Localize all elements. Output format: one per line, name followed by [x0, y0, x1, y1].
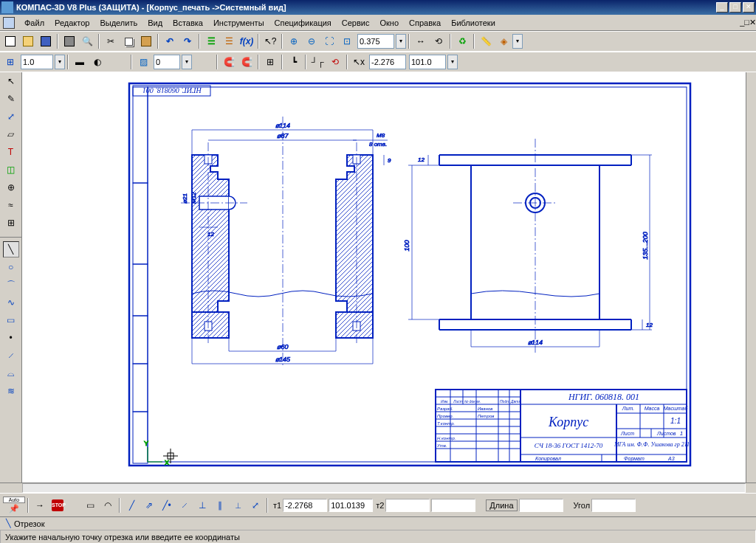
t2x-input[interactable]	[385, 499, 430, 512]
open-button[interactable]	[20, 33, 36, 49]
grid-button[interactable]: ⊞	[262, 54, 278, 70]
rebuild-button[interactable]: ♻	[454, 33, 470, 49]
help-cursor-button[interactable]: ↖?	[262, 33, 278, 49]
zoom-dropdown-button[interactable]: ▾	[396, 34, 406, 49]
menu-edit[interactable]: Редактор	[49, 17, 94, 29]
select-tool[interactable]: ↖	[3, 73, 19, 89]
close-button[interactable]: ✕	[743, 2, 755, 13]
seg4-button[interactable]: ⟋	[176, 497, 193, 513]
undo-button[interactable]: ↶	[162, 33, 178, 49]
point-tool[interactable]: •	[3, 330, 19, 346]
length-label[interactable]: Длина	[486, 499, 517, 511]
coord-x-input[interactable]	[369, 55, 406, 69]
menu-window[interactable]: Окно	[374, 17, 404, 29]
line-tool[interactable]: ╲	[3, 241, 19, 257]
para-tool[interactable]: ▱	[3, 126, 19, 142]
scrollbar-horizontal[interactable]	[0, 483, 756, 493]
mdi-close-button[interactable]: ✕	[749, 18, 756, 27]
angle-input[interactable]	[591, 499, 636, 512]
layers-dropdown-button[interactable]: ▾	[512, 34, 523, 49]
menu-file[interactable]: Файл	[19, 17, 49, 29]
copy-button[interactable]	[120, 33, 137, 49]
props-button[interactable]: ☰	[203, 33, 219, 49]
layer-dropdown-button[interactable]: ▾	[182, 55, 192, 69]
hatch-button[interactable]: ▨	[135, 54, 151, 70]
layer-input[interactable]	[154, 55, 180, 69]
circle-tool[interactable]: ○	[3, 259, 19, 275]
seg1-button[interactable]: ╱	[123, 497, 140, 513]
seg7-button[interactable]: ⟂	[230, 497, 246, 513]
mdi-restore-button[interactable]: □	[744, 18, 749, 27]
menu-select[interactable]: Выделить	[94, 17, 142, 29]
vars-button[interactable]: ☰	[221, 33, 237, 49]
chamfer-tool[interactable]: ⟋	[3, 347, 19, 364]
constr-tool[interactable]: ⊕	[3, 179, 19, 196]
menu-tools[interactable]: Инструменты	[208, 17, 269, 29]
measure-tool[interactable]: ≈	[3, 197, 19, 213]
seg8-button[interactable]: ⤢	[247, 497, 264, 513]
menu-insert[interactable]: Вставка	[168, 17, 208, 29]
linewidth-dropdown-button[interactable]: ▾	[55, 55, 65, 69]
paste-button[interactable]	[138, 33, 154, 49]
zoom-out-button[interactable]: ⊖	[303, 33, 320, 49]
menu-service[interactable]: Сервис	[337, 17, 375, 29]
rect-tool[interactable]: ▭	[3, 312, 19, 328]
menu-help[interactable]: Справка	[404, 17, 446, 29]
t1y-input[interactable]	[329, 499, 373, 512]
dim-button[interactable]: ┘┌	[309, 54, 326, 70]
color-button[interactable]: ◐	[89, 54, 106, 70]
seg6-button[interactable]: ∥	[212, 497, 228, 513]
coord-dropdown-button[interactable]: ▾	[447, 55, 458, 69]
zoom-fit-button[interactable]: ⛶	[321, 33, 337, 49]
break-tool[interactable]: ≋	[3, 383, 19, 399]
maximize-button[interactable]: □	[729, 2, 741, 13]
fx-button[interactable]: f(x)	[238, 33, 255, 49]
axis-button[interactable]: ┗	[286, 54, 302, 70]
zoom-window-button[interactable]: ⊡	[339, 33, 355, 49]
menu-view[interactable]: Вид	[142, 17, 168, 29]
ortho-button[interactable]: ⊞	[2, 54, 18, 70]
save-button[interactable]	[38, 33, 54, 49]
hatch-tool[interactable]: ⊞	[3, 215, 19, 231]
snap2-button[interactable]: 🧲	[238, 54, 255, 70]
apply-button[interactable]: →	[32, 497, 48, 513]
sketch-tool[interactable]: ✎	[3, 91, 19, 107]
zoom-in-button[interactable]: ⊕	[286, 33, 302, 49]
dim-tool[interactable]: ⤢	[3, 108, 19, 125]
fillet-tool[interactable]: ⌓	[3, 365, 19, 381]
redo-button[interactable]: ↷	[179, 33, 196, 49]
zoom-prev-button[interactable]: ⟲	[430, 33, 447, 49]
print-button[interactable]	[61, 33, 78, 49]
zoom-value-input[interactable]	[357, 34, 394, 49]
cut-button[interactable]: ✂	[103, 33, 119, 49]
round-button[interactable]: ⟲	[327, 54, 343, 70]
pan-button[interactable]: ↔	[413, 33, 429, 49]
seg5-button[interactable]: ⊥	[194, 497, 210, 513]
seg3-button[interactable]: ╱•	[159, 497, 175, 513]
drawing-canvas[interactable]: НГИГ. 060818. 001	[22, 72, 746, 483]
seg2-button[interactable]: ⇗	[141, 497, 157, 513]
pin-button[interactable]: 📌	[3, 504, 25, 513]
new-button[interactable]	[2, 33, 18, 49]
arc-tool[interactable]: ⌒	[3, 277, 19, 293]
t1x-input[interactable]	[283, 499, 327, 512]
auto-button[interactable]: Auto	[3, 497, 25, 503]
scrollbar-vertical[interactable]	[746, 72, 756, 483]
style-line-button[interactable]: ▭	[82, 497, 98, 513]
layers-button[interactable]: ◈	[495, 33, 512, 49]
style-arc-button[interactable]: ◠	[100, 497, 116, 513]
snap-button[interactable]: 🧲	[221, 54, 237, 70]
spline-tool[interactable]: ∿	[3, 294, 19, 311]
xy-button[interactable]: ↖x	[351, 54, 367, 70]
minimize-button[interactable]: _	[716, 2, 728, 13]
preview-button[interactable]: 🔍	[79, 33, 95, 49]
mdi-icon[interactable]	[3, 17, 15, 29]
stop-button[interactable]: STOP	[49, 497, 66, 513]
text-tool[interactable]: T	[3, 144, 19, 160]
menu-spec[interactable]: Спецификация	[269, 17, 337, 29]
coord-y-input[interactable]	[409, 55, 446, 69]
t2y-input[interactable]	[431, 499, 475, 512]
drawing-area[interactable]: НГИГ. 060818. 001	[22, 72, 746, 483]
linewidth-input[interactable]	[21, 55, 53, 69]
menu-libs[interactable]: Библиотеки	[446, 17, 501, 29]
